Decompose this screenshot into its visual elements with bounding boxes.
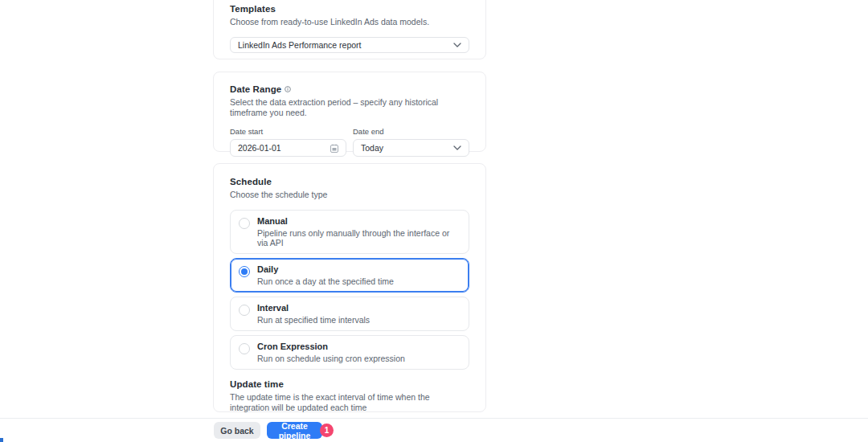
notification-badge: 1 bbox=[320, 424, 334, 437]
option-description: Run at specified time intervals bbox=[257, 315, 370, 325]
chevron-down-icon bbox=[453, 145, 461, 150]
option-label: Daily bbox=[257, 264, 394, 274]
date-start-label: Date start bbox=[230, 127, 346, 136]
update-time-description: The update time is the exact interval of… bbox=[230, 392, 469, 413]
calendar-icon[interactable] bbox=[330, 144, 338, 153]
option-description: Run on schedule using cron expression bbox=[257, 354, 405, 363]
schedule-option-cron-expression[interactable]: Cron ExpressionRun on schedule using cro… bbox=[230, 335, 469, 370]
pipeline-setup-page: Templates Choose from ready-to-use Linke… bbox=[0, 0, 868, 442]
option-description: Pipeline runs only manually through the … bbox=[257, 228, 461, 248]
date-end-select[interactable]: Today bbox=[353, 139, 469, 157]
date-end-value: Today bbox=[361, 143, 383, 153]
update-time-title: Update time bbox=[230, 379, 469, 389]
schedule-card: Schedule Choose the schedule type Manual… bbox=[213, 163, 486, 412]
schedule-options: ManualPipeline runs only manually throug… bbox=[230, 210, 469, 370]
date-range-title: Date Range bbox=[230, 84, 281, 94]
date-start-input[interactable]: 2026-01-01 bbox=[230, 139, 346, 157]
option-description: Run once a day at the specified time bbox=[257, 276, 394, 286]
date-end-field: Date end Today bbox=[353, 127, 469, 157]
schedule-title: Schedule bbox=[230, 177, 469, 186]
info-icon[interactable] bbox=[285, 86, 291, 92]
schedule-option-manual[interactable]: ManualPipeline runs only manually throug… bbox=[230, 210, 469, 254]
create-pipeline-button[interactable]: Create pipeline bbox=[267, 422, 322, 439]
template-select[interactable]: LinkedIn Ads Performance report bbox=[230, 37, 469, 53]
schedule-option-interval[interactable]: IntervalRun at specified time intervals bbox=[230, 297, 469, 331]
chevron-down-icon bbox=[453, 43, 461, 47]
option-label: Cron Expression bbox=[257, 342, 405, 351]
option-label: Interval bbox=[257, 303, 370, 313]
date-start-value: 2026-01-01 bbox=[238, 143, 281, 153]
date-range-card: Date Range Select the data extraction pe… bbox=[213, 72, 486, 152]
go-back-button[interactable]: Go back bbox=[214, 422, 260, 439]
date-start-field: Date start 2026-01-01 bbox=[230, 127, 346, 157]
cut-off-widget bbox=[0, 438, 3, 442]
radio-icon[interactable] bbox=[239, 218, 250, 229]
schedule-description: Choose the schedule type bbox=[230, 190, 469, 200]
footer-bar bbox=[0, 418, 868, 442]
templates-title: Templates bbox=[230, 4, 469, 14]
templates-description: Choose from ready-to-use LinkedIn Ads da… bbox=[230, 17, 469, 27]
templates-card: Templates Choose from ready-to-use Linke… bbox=[213, 0, 486, 59]
schedule-option-daily[interactable]: DailyRun once a day at the specified tim… bbox=[230, 258, 469, 293]
option-label: Manual bbox=[257, 216, 461, 226]
radio-icon[interactable] bbox=[239, 305, 250, 316]
radio-icon[interactable] bbox=[239, 343, 250, 354]
template-select-value: LinkedIn Ads Performance report bbox=[238, 40, 362, 50]
date-range-description: Select the data extraction period – spec… bbox=[230, 97, 469, 118]
radio-selected-icon[interactable] bbox=[239, 266, 250, 277]
date-end-label: Date end bbox=[353, 127, 469, 136]
